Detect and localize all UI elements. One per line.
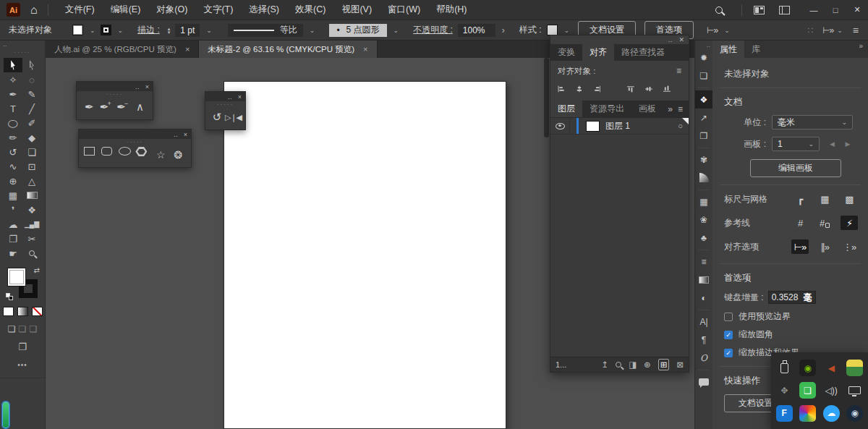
blend-tool[interactable]: ❖	[22, 203, 41, 217]
menu-item[interactable]: 窗口(W)	[380, 0, 428, 20]
snap-grid-icon[interactable]: ∥»	[816, 239, 833, 254]
panel-tab[interactable]: 变换	[550, 44, 582, 61]
artboard-select[interactable]: 1 ⌄	[772, 137, 820, 151]
gradient-icon[interactable]	[695, 271, 712, 289]
comments-icon[interactable]	[695, 373, 712, 391]
rounded-rectangle-tool[interactable]	[101, 147, 117, 163]
menu-item[interactable]: 文件(F)	[57, 0, 103, 20]
panel-collapse-icon[interactable]: ‥	[668, 36, 672, 43]
layer-name[interactable]: 图层 1	[605, 120, 678, 132]
star-tool[interactable]: ☆	[153, 147, 169, 163]
home-icon[interactable]: ⌂	[30, 4, 38, 17]
type-tool[interactable]: T	[4, 101, 22, 116]
width-tool[interactable]: ∿	[4, 159, 22, 174]
arrange-documents-icon[interactable]	[754, 6, 765, 14]
stroke-color-swatch[interactable]	[101, 25, 111, 35]
color-icon[interactable]: ✾	[695, 150, 712, 169]
panel-tab[interactable]: 属性	[712, 41, 744, 58]
brush-dropdown[interactable]: • 5 点圆形	[329, 24, 386, 37]
shaper-tool[interactable]: ✏	[4, 130, 22, 145]
edit-toolbar-icon[interactable]: •••	[0, 361, 45, 369]
opacity-label[interactable]: 不透明度 :	[413, 24, 453, 36]
menu-item[interactable]: 编辑(E)	[103, 0, 149, 20]
eyedropper-tool[interactable]: ❜	[4, 203, 22, 217]
properties-collapse-icon[interactable]: »	[859, 41, 868, 58]
control-panel-menu-icon[interactable]: ≡	[853, 25, 858, 36]
lock-guides-icon[interactable]: #	[816, 216, 833, 230]
color-guide-icon[interactable]: ✹	[695, 48, 712, 67]
photos-icon[interactable]	[799, 405, 816, 422]
paintbrush-tool[interactable]: ✐	[22, 116, 41, 130]
zoom-tool[interactable]	[22, 246, 41, 260]
reflect-tool[interactable]: ▷❘◀	[225, 109, 242, 125]
display-icon[interactable]	[846, 382, 863, 399]
dock-panel-icon[interactable]	[695, 367, 712, 373]
character-icon[interactable]: A|	[695, 313, 712, 331]
transparency-icon[interactable]: ◐	[695, 289, 712, 307]
symbol-tools-icon[interactable]: ❀	[695, 211, 712, 229]
gradient-tool[interactable]	[22, 188, 41, 203]
grid-icon[interactable]: ▦	[816, 192, 833, 206]
opacity-expand-icon[interactable]: ›	[502, 25, 505, 35]
keyboard-increment-field[interactable]: 0.3528 毫	[768, 291, 816, 304]
direct-selection-tool[interactable]	[22, 58, 41, 72]
artboard[interactable]	[224, 81, 506, 429]
align-panel-menu-icon[interactable]: ≡	[676, 66, 681, 77]
stroke-profile-dropdown[interactable]: 等比	[228, 24, 303, 37]
align-bottom-icon[interactable]	[663, 84, 671, 94]
mesh-tool[interactable]: ▦	[4, 188, 22, 203]
stroke-weight-label[interactable]: 描边 :	[137, 24, 160, 36]
menu-item[interactable]: 对象(O)	[148, 0, 195, 20]
draw-behind-icon[interactable]: ❏	[19, 324, 27, 334]
graph-tool[interactable]: ▁▄▇	[22, 217, 41, 232]
volume-icon[interactable]: ◁))	[823, 382, 840, 399]
close-button[interactable]: ✕	[846, 0, 868, 20]
swatches-icon[interactable]: ❏	[695, 67, 712, 85]
stroke-profile-dropdown-icon[interactable]: ⌄	[310, 27, 315, 34]
taskbar-app-icon[interactable]	[2, 402, 9, 428]
stroke-weight-dropdown-icon[interactable]: ⌄	[206, 27, 212, 34]
pen-tool[interactable]: ✒	[4, 87, 22, 101]
guides-icon[interactable]: #	[791, 216, 809, 230]
menu-item[interactable]: 选择(S)	[241, 0, 287, 20]
document-tab[interactable]: 人物.ai @ 25 % (RGB/CPU 预览) ×	[46, 41, 199, 58]
layers-icon[interactable]: ❖	[695, 90, 712, 109]
rectangle-tool[interactable]	[84, 147, 100, 163]
line-segment-tool[interactable]: ╱	[22, 101, 41, 116]
dock-panel-icon[interactable]	[695, 247, 712, 252]
fill-dropdown-icon[interactable]: ⌄	[90, 27, 95, 34]
panel-tab[interactable]: 图层	[550, 101, 582, 117]
stroke-weight-stepper[interactable]: ▴▾	[168, 27, 171, 34]
panel-close-icon[interactable]: ×	[145, 83, 149, 90]
layer-row[interactable]: 图层 1 ○	[550, 118, 689, 135]
ellipse-tool[interactable]	[119, 147, 135, 163]
pen-tool[interactable]: ✒	[81, 99, 97, 115]
free-transform-tool[interactable]: ⊡	[22, 159, 41, 174]
opentype-icon[interactable]: O	[695, 349, 712, 367]
shape-builder-tool[interactable]: ⊕	[4, 174, 22, 188]
ellipse-tool[interactable]: ◯	[4, 116, 22, 130]
align-horizontal-center-icon[interactable]	[576, 84, 583, 94]
magic-wand-tool[interactable]: ✧	[4, 72, 22, 87]
style-dropdown-icon[interactable]: ⌄	[564, 27, 570, 34]
toolbar-collapse-icon[interactable]: ‥	[0, 41, 45, 49]
ai-logo-icon[interactable]: Ai	[7, 3, 20, 17]
align-to-dropdown-icon[interactable]: ⌄	[724, 27, 730, 34]
perspective-grid-tool[interactable]: △	[22, 174, 41, 188]
new-layer-icon[interactable]: ⊞	[658, 359, 670, 370]
fill-color-swatch[interactable]	[72, 25, 83, 35]
panel-collapse-icon[interactable]: ‥	[174, 131, 178, 138]
nvidia-settings-icon[interactable]: ◉	[799, 360, 816, 376]
maximize-button[interactable]: □	[825, 0, 846, 20]
search-icon[interactable]	[715, 7, 723, 14]
slice-tool[interactable]: ✂	[22, 232, 41, 246]
checkbox[interactable]	[724, 331, 733, 339]
stroke-icon[interactable]: ≡	[695, 252, 712, 271]
align-to-selection-icon[interactable]: ⊢»	[707, 25, 718, 35]
lasso-tool[interactable]: ◌	[22, 72, 41, 87]
preference-checkbox-row[interactable]: 缩放圆角	[712, 326, 868, 344]
asset-export-icon[interactable]: ↗	[695, 109, 712, 127]
dock-panel-icon[interactable]	[695, 145, 712, 150]
document-tab[interactable]: 未标题-2 @ 63.16 % (CMYK/CPU 预览) ×	[199, 41, 377, 58]
menu-item[interactable]: 帮助(H)	[428, 0, 475, 20]
